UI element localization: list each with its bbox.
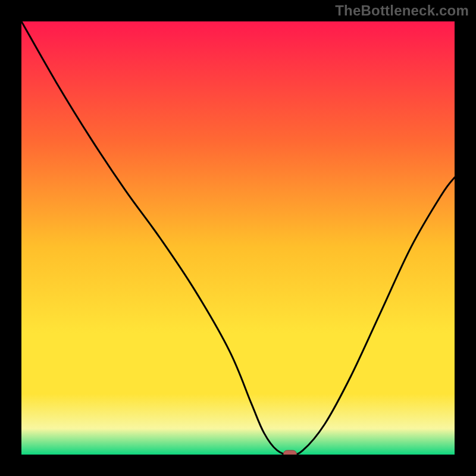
gradient-background [21,21,455,455]
watermark-label: TheBottleneck.com [335,2,469,19]
optimum-marker [283,450,296,455]
bottleneck-chart [21,21,455,455]
plot-area [21,21,455,455]
chart-container: TheBottleneck.com [0,0,476,476]
